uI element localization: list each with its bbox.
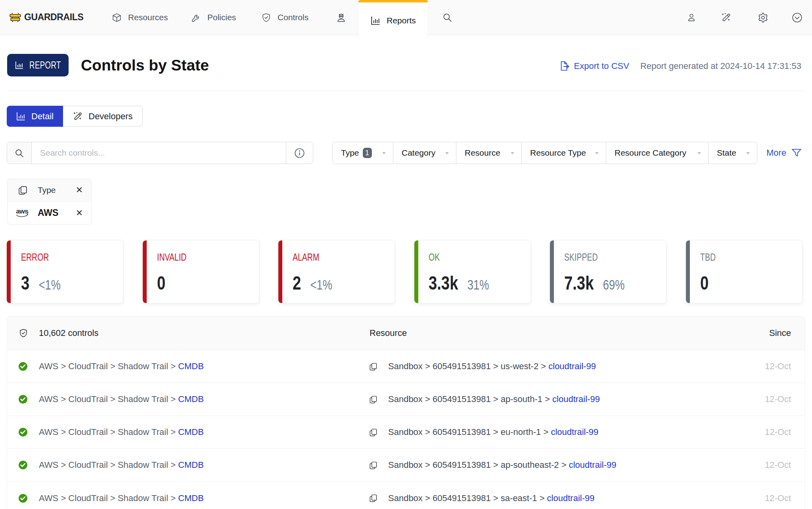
svg-text:aws: aws <box>16 208 28 215</box>
